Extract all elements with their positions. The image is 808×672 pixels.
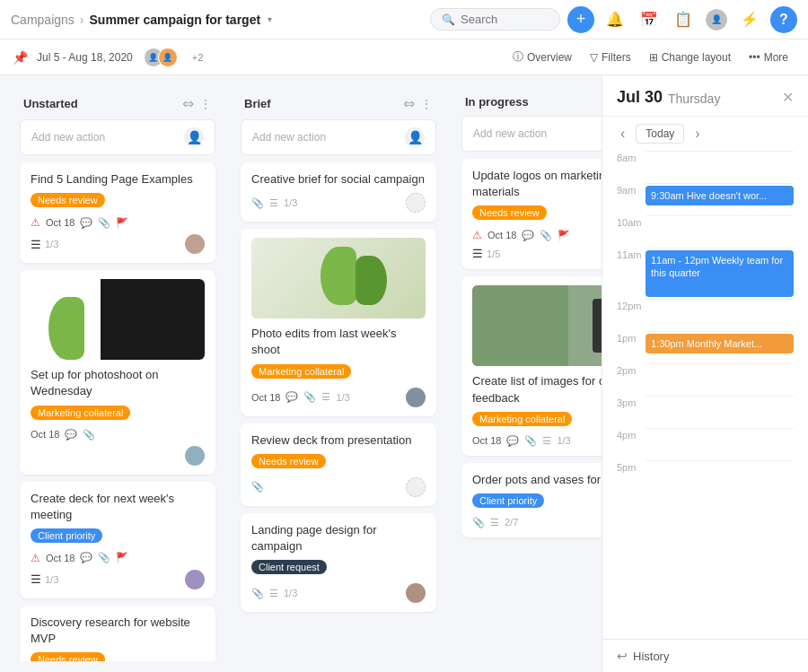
time-area [646, 299, 794, 331]
time-row-1pm: 1pm 1:30pm Monthly Market... [602, 331, 808, 363]
add-button[interactable]: + [567, 6, 594, 33]
add-action-unstarted[interactable]: Add new action 👤 [20, 119, 215, 155]
sidebar-nav: ‹ Today › [602, 117, 808, 151]
card-order-pots[interactable]: Order pots and vases for shoot Client pr… [461, 463, 602, 537]
card-title: Photo edits from last week's shoot [251, 326, 426, 358]
close-icon[interactable]: ✕ [782, 89, 794, 106]
event-title: Hive doesn't wor... [687, 190, 768, 201]
breadcrumb-parent[interactable]: Campaigns [11, 13, 75, 27]
clip-icon: 📎 [524, 435, 537, 447]
toolbar-extra: +2 [192, 52, 204, 63]
card-create-images[interactable]: Create list of images for cli... feedbac… [461, 276, 602, 455]
next-button[interactable]: › [691, 124, 703, 144]
card-landing-design[interactable]: Landing page design for campaign Client … [241, 513, 436, 612]
breadcrumb-current[interactable]: Summer campaign for target [90, 13, 261, 27]
expand-icon[interactable]: ⇔ [403, 95, 415, 112]
time-label: 8am [617, 151, 646, 163]
sidebar-header: Jul 30 Thursday ✕ [602, 75, 808, 117]
avatar[interactable]: 👤 [704, 7, 729, 32]
more-col-icon[interactable]: ⋮ [420, 97, 433, 111]
card-date: Oct 18 [487, 230, 516, 240]
card-count: 1/5 [487, 249, 500, 259]
search-input[interactable] [461, 13, 541, 26]
clip-icon: 📎 [83, 429, 95, 441]
overview-icon: ⓘ [513, 49, 523, 65]
today-button[interactable]: Today [636, 124, 684, 144]
time-row-11am: 11am 11am - 12pm Weekly team for this qu… [602, 248, 808, 299]
time-label: 12pm [617, 299, 646, 311]
more-col-icon[interactable]: ⋮ [199, 97, 212, 111]
card-title: Create deck for next week's meeting [31, 491, 205, 523]
help-button[interactable]: ? [770, 6, 797, 33]
add-action-brief[interactable]: Add new action 👤 [241, 119, 436, 155]
time-row-9am: 9am 9:30am Hive doesn't wor... [602, 183, 808, 215]
time-row-5pm: 5pm [602, 460, 808, 493]
card-deck[interactable]: Create deck for next week's meeting Clie… [20, 482, 215, 598]
prev-button[interactable]: ‹ [617, 124, 628, 144]
add-action-label: Add new action [473, 127, 547, 140]
header: Campaigns › Summer campaign for target ▾… [0, 0, 808, 39]
notification-button[interactable]: 🔔 [602, 6, 628, 33]
card-creative-brief[interactable]: Creative brief for social campaign 📎 ☰ 1… [241, 162, 436, 222]
time-area [646, 215, 794, 248]
toolbar: 📌 Jul 5 - Aug 18, 2020 👤 👤 +2 ⓘ Overview… [0, 39, 808, 75]
card-count: 2/7 [505, 517, 518, 528]
event-monthly[interactable]: 1:30pm Monthly Market... [646, 334, 794, 353]
toolbar-overview[interactable]: ⓘ Overview [505, 46, 579, 68]
lightning-button[interactable]: ⚡ [736, 6, 763, 33]
avatar-placeholder [406, 193, 426, 213]
time-area: 11am - 12pm Weekly team for this quarter [646, 248, 794, 299]
clip-icon: 📎 [251, 197, 264, 209]
clipboard-button[interactable]: 📋 [670, 6, 697, 33]
event-weekly[interactable]: 11am - 12pm Weekly team for this quarter [646, 250, 794, 297]
toolbar-filters[interactable]: ▽ Filters [583, 48, 638, 67]
card-discovery[interactable]: Discovery research for website MVP Needs… [20, 606, 215, 661]
sidebar-content: 8am 9am 9:30am Hive doesn't wor... 10am … [602, 151, 808, 639]
event-hive[interactable]: 9:30am Hive doesn't wor... [646, 186, 794, 205]
card-photo-edits[interactable]: Photo edits from last week's shoot Marke… [241, 229, 436, 415]
card-tag: Client request [251, 560, 327, 574]
time-label: 1pm [617, 331, 646, 344]
card-find-landing[interactable]: Find 5 Landing Page Examples Needs revie… [20, 162, 215, 263]
avatar [185, 234, 205, 254]
add-action-inprogress[interactable]: Add new action 👤 [461, 116, 602, 152]
time-label: 11am [617, 248, 646, 260]
card-title: Review deck from presentation [251, 432, 426, 449]
card-date: Oct 18 [472, 435, 501, 446]
calendar-sidebar: Jul 30 Thursday ✕ ‹ Today › 8am 9am 9:30… [602, 75, 808, 672]
time-label: 10am [617, 215, 646, 228]
event-time: 1:30pm [651, 338, 684, 349]
checklist-icon: ☰ [269, 588, 278, 599]
time-label: 2pm [617, 363, 646, 376]
clip-icon: 📎 [540, 230, 552, 241]
chevron-down-icon[interactable]: ▾ [268, 14, 272, 24]
kanban-board: Unstarted ⇔ ⋮ Add new action 👤 Find 5 La… [0, 75, 602, 672]
breadcrumb-separator: › [80, 13, 84, 27]
checklist-icon: ☰ [542, 435, 551, 447]
card-update-logos[interactable]: Update logos on marketing materials Need… [461, 159, 602, 269]
card-meta: ⚠ Oct 18 💬 📎 🚩 [472, 229, 602, 241]
calendar-button[interactable]: 📅 [636, 6, 663, 33]
card-meta: 📎 ☰ 1/3 [251, 583, 426, 603]
expand-icon[interactable]: ⇔ [182, 95, 194, 112]
search-icon: 🔍 [442, 13, 455, 26]
history-button[interactable]: ↩ History [602, 639, 808, 672]
card-bottom [31, 446, 205, 466]
card-title: Update logos on marketing materials [472, 168, 602, 200]
cards-brief: Creative brief for social campaign 📎 ☰ 1… [233, 162, 444, 619]
column-title-unstarted: Unstarted [23, 97, 177, 110]
toolbar-layout[interactable]: ⊞ Change layout [642, 48, 738, 67]
card-meta: Oct 18 💬 📎 ☰ 1/3 [251, 388, 426, 407]
column-brief: Brief ⇔ ⋮ Add new action 👤 Creative brie… [233, 86, 444, 661]
card-photoshoot[interactable]: Set up for photoshoot on Wednesday Marke… [20, 270, 215, 474]
flag-icon: 🚩 [116, 552, 128, 563]
clip-icon: 📎 [472, 517, 485, 528]
toolbar-more[interactable]: ••• More [742, 48, 795, 67]
card-review-deck[interactable]: Review deck from presentation Needs revi… [241, 423, 436, 506]
search-bar[interactable]: 🔍 [430, 8, 560, 31]
breadcrumb: Campaigns › Summer campaign for target ▾ [11, 13, 272, 27]
card-bottom: ☰ 1/3 [31, 234, 205, 254]
card-date: Oct 18 [31, 429, 59, 440]
card-count: 1/3 [557, 435, 570, 446]
column-unstarted: Unstarted ⇔ ⋮ Add new action 👤 Find 5 La… [13, 86, 223, 661]
